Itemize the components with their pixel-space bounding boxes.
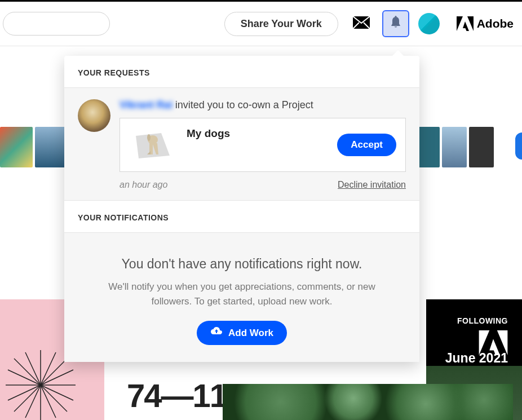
header: Share Your Work Adobe (0, 2, 522, 46)
carousel-strip-left (0, 127, 68, 167)
request-timestamp: an hour ago (120, 180, 167, 190)
notifications-header: YOUR NOTIFICATIONS (64, 201, 419, 233)
project-thumbnail[interactable] (129, 126, 176, 163)
request-item: Vikrant Rai invited you to co-own a Proj… (64, 88, 419, 201)
avatar[interactable] (418, 13, 440, 34)
notifications-empty-state: You don't have any notifications right n… (64, 233, 419, 362)
carousel-next-edge[interactable] (515, 132, 522, 160)
gallery-image (223, 384, 513, 420)
adobe-logo-white-icon (479, 330, 508, 355)
svg-point-1 (395, 16, 396, 17)
project-title: My dogs (187, 126, 327, 140)
following-label: FOLLOWING (426, 316, 508, 325)
requester-name[interactable]: Vikrant Rai (120, 99, 172, 110)
notifications-button[interactable] (382, 10, 409, 37)
svg-point-11 (147, 134, 151, 141)
requests-header: YOUR REQUESTS (64, 56, 419, 88)
request-text: Vikrant Rai invited you to co-own a Proj… (120, 99, 406, 111)
request-suffix: invited you to co-own a Project (172, 99, 313, 110)
carousel-strip-right (415, 127, 494, 167)
empty-title: You don't have any notifications right n… (78, 257, 406, 272)
decline-invitation-link[interactable]: Decline invitation (338, 180, 406, 190)
search-input[interactable] (3, 12, 110, 36)
add-work-label: Add Work (228, 328, 273, 339)
cloud-upload-icon (210, 326, 223, 339)
add-work-button[interactable]: Add Work (197, 321, 287, 345)
bell-icon (390, 16, 402, 32)
requester-avatar[interactable] (78, 99, 110, 132)
adobe-logo-text: Adobe (477, 17, 514, 30)
adobe-logo-icon (457, 16, 474, 31)
empty-subtitle: We'll notify you when you get appreciati… (78, 280, 406, 308)
project-card: My dogs Accept (120, 118, 406, 172)
share-your-work-button[interactable]: Share Your Work (224, 12, 338, 36)
adobe-logo[interactable]: Adobe (457, 16, 514, 31)
gallery-card-text: 74—11 (127, 377, 227, 414)
notifications-dropdown: YOUR REQUESTS Vikrant Rai invited you to… (64, 56, 419, 362)
mail-icon[interactable] (353, 16, 370, 31)
accept-button[interactable]: Accept (337, 134, 396, 156)
